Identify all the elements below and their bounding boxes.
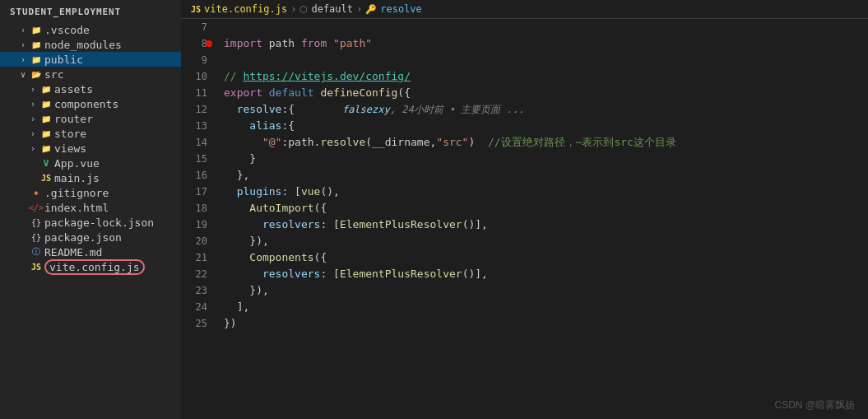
tree-label: views [54, 142, 86, 155]
js-file-icon: JS [39, 171, 53, 184]
code-line-25: 25 }) [181, 315, 868, 332]
tree-item-package-lock[interactable]: {} package-lock.json [0, 215, 181, 230]
code-line-12: 12 resolve:{ falsezxy, 24小时前 • 主要页面 ... [181, 101, 868, 118]
folder-icon: 📁 [39, 127, 53, 140]
git-icon: ◆ [30, 186, 43, 199]
tree-label: README.md [44, 246, 102, 258]
line-number: 22 [181, 266, 220, 282]
line-number: 21 [181, 249, 220, 266]
line-content: }), [220, 282, 868, 299]
code-line-21: 21 Components({ [181, 249, 868, 266]
code-line-14: 14 "@":path.resolve(__dirname,"src") //设… [181, 134, 868, 151]
line-content: Components({ [220, 249, 868, 266]
code-line-15: 15 } [181, 151, 868, 167]
chevron-right-icon: › [16, 53, 30, 66]
chevron-right-icon: › [26, 112, 39, 125]
line-number: 11 [181, 85, 220, 101]
breadcrumb-sep2: › [356, 3, 362, 15]
tree-item-node-modules[interactable]: › 📁 node_modules [0, 37, 181, 52]
bracket-icon: ⬡ [299, 4, 308, 15]
line-number: 17 [181, 184, 220, 200]
code-line-7: 7 [181, 19, 868, 35]
js-breadcrumb-icon: JS [191, 5, 201, 14]
line-content: import path from "path" [220, 35, 868, 52]
code-line-16: 16 }, [181, 167, 868, 184]
tree-label: .vscode [44, 24, 90, 36]
breadcrumb-resolve: resolve [380, 3, 422, 15]
line-content: plugins: [vue(), [220, 184, 868, 200]
tree-item-views[interactable]: › 📁 views [0, 141, 181, 156]
tree-item-app-vue[interactable]: V App.vue [0, 156, 181, 170]
code-line-11: 11 export default defineConfig({ [181, 85, 868, 101]
tree-label: src [44, 68, 63, 81]
tree-label: components [54, 98, 118, 110]
tree-label: index.html [44, 202, 109, 214]
tree-item-store[interactable]: › 📁 store [0, 126, 181, 141]
line-content: }), [220, 233, 868, 249]
tree-item-gitignore[interactable]: ◆ .gitignore [0, 185, 181, 200]
js-file-icon: JS [30, 260, 43, 273]
breakpoint-indicator [206, 40, 212, 47]
tree-item-vscode[interactable]: › 📁 .vscode [0, 22, 181, 37]
line-content: ], [220, 299, 868, 315]
tree-label: node_modules [44, 39, 122, 51]
code-line-18: 18 AutoImport({ [181, 200, 868, 216]
folder-icon: 📁 [39, 82, 53, 95]
resolve-icon: 🔑 [365, 4, 377, 15]
line-content: alias:{ [220, 118, 868, 134]
line-number: 8 [181, 35, 220, 52]
chevron-right-icon: › [26, 142, 39, 155]
chevron-right-icon: › [16, 38, 30, 51]
tree-label: main.js [54, 172, 100, 184]
line-number: 18 [181, 200, 220, 216]
tree-item-components[interactable]: › 📁 components [0, 96, 181, 111]
code-line-17: 17 plugins: [vue(), [181, 184, 868, 200]
folder-icon: 📁 [30, 53, 43, 66]
file-explorer: STUDENT_EMPLOYMENT › 📁 .vscode › 📁 node_… [0, 0, 181, 419]
breadcrumb-file: vite.config.js [204, 3, 287, 15]
tree-label: .gitignore [44, 187, 109, 199]
line-number: 23 [181, 282, 220, 299]
tree-item-index-html[interactable]: </> index.html [0, 200, 181, 215]
watermark: CSDN @暗雾飘扬 [774, 398, 855, 412]
chevron-down-icon: ∨ [16, 68, 30, 81]
tree-item-assets[interactable]: › 📁 assets [0, 81, 181, 96]
line-number: 24 [181, 299, 220, 315]
code-line-10: 10 // https://vitejs.dev/config/ [181, 68, 868, 85]
line-number: 13 [181, 118, 220, 134]
folder-icon: 📁 [39, 112, 53, 125]
code-line-13: 13 alias:{ [181, 118, 868, 134]
code-editor[interactable]: 7 8 import path from "path" 9 10 // http… [181, 19, 868, 419]
line-content: AutoImport({ [220, 200, 868, 216]
json-icon: {} [30, 216, 43, 229]
json-icon: {} [30, 230, 43, 244]
line-number: 15 [181, 151, 220, 167]
tree-item-package-json[interactable]: {} package.json [0, 230, 181, 244]
explorer-title: STUDENT_EMPLOYMENT [0, 0, 181, 22]
tree-item-readme[interactable]: ⓘ README.md [0, 244, 181, 259]
code-line-20: 20 }), [181, 233, 868, 249]
folder-icon: 📁 [39, 97, 53, 110]
code-line-23: 23 }), [181, 282, 868, 299]
tree-label: vite.config.js [44, 261, 145, 273]
line-content [220, 52, 868, 68]
line-content: resolve:{ falsezxy, 24小时前 • 主要页面 ... [220, 101, 868, 118]
tree-label: package.json [44, 231, 122, 244]
tree-item-router[interactable]: › 📁 router [0, 111, 181, 126]
line-number: 7 [181, 19, 220, 35]
spacer [16, 201, 30, 214]
tree-item-main-js[interactable]: JS main.js [0, 170, 181, 185]
tree-item-vite-config[interactable]: JS vite.config.js [0, 259, 181, 274]
spacer [26, 171, 39, 184]
folder-open-icon: 📂 [30, 68, 43, 81]
line-number: 9 [181, 52, 220, 68]
tree-item-src[interactable]: ∨ 📂 src [0, 67, 181, 81]
info-icon: ⓘ [30, 245, 43, 258]
spacer [16, 230, 30, 244]
chevron-right-icon: › [26, 97, 39, 110]
tree-label: package-lock.json [44, 216, 154, 229]
tree-label: public [44, 54, 83, 66]
line-content: }) [220, 315, 868, 332]
tree-item-public[interactable]: › 📁 public [0, 52, 181, 67]
tree-label: router [54, 113, 93, 125]
